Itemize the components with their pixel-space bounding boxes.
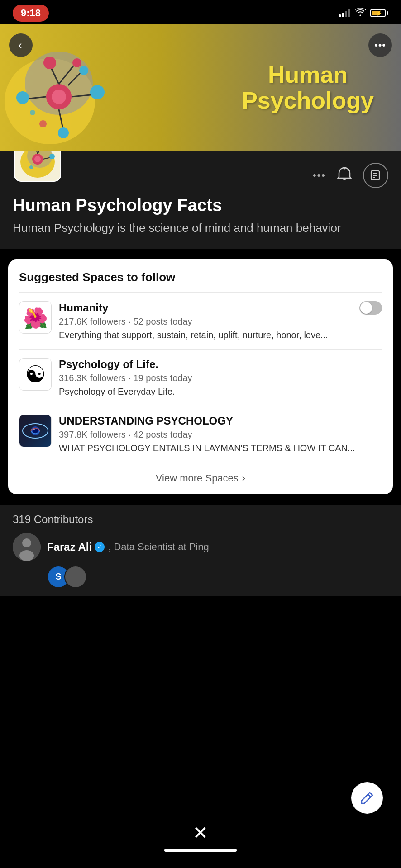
status-bar: 9:18 ⚡ bbox=[0, 0, 401, 24]
back-button[interactable]: ‹ bbox=[9, 33, 33, 57]
close-button[interactable]: ✕ bbox=[193, 824, 208, 842]
extra-contributor-avatars: S bbox=[13, 566, 388, 588]
battery-icon: ⚡ bbox=[370, 9, 388, 17]
hero-title-line2: Psychology bbox=[242, 88, 374, 113]
contributor-name: Faraz Ali bbox=[47, 541, 92, 553]
wifi-icon bbox=[355, 8, 366, 19]
profile-dots-button[interactable]: ••• bbox=[313, 170, 326, 181]
humanity-name: Humanity bbox=[59, 302, 108, 315]
humanity-stats: 217.6K followers · 52 posts today bbox=[59, 316, 382, 327]
svg-point-22 bbox=[34, 156, 41, 162]
psychology-life-description: Psychology of Everyday Life. bbox=[59, 385, 382, 398]
hero-text: Human Psychology bbox=[0, 24, 401, 151]
psychology-life-name-row: Psychology of Life. bbox=[59, 358, 382, 371]
profile-top-row: ••• bbox=[13, 151, 388, 188]
humanity-info: Humanity 217.6K followers · 52 posts tod… bbox=[59, 301, 382, 341]
extra-avatar-2 bbox=[64, 566, 87, 588]
humanity-description: Everything that support, sustain, retain… bbox=[59, 329, 382, 341]
svg-point-28 bbox=[49, 154, 55, 159]
svg-point-30 bbox=[344, 167, 346, 170]
suggested-spaces-card: Suggested Spaces to follow 🌺 Humanity 21… bbox=[8, 259, 393, 494]
space-item-understanding-psych[interactable]: UNDERSTANDING PSYCHOLOGY 397.8K follower… bbox=[19, 406, 382, 462]
humanity-avatar: 🌺 bbox=[19, 301, 52, 334]
contributors-count: 319 Contributors bbox=[13, 513, 388, 526]
psychology-life-stats: 316.3K followers · 19 posts today bbox=[59, 373, 382, 383]
back-chevron-icon: ‹ bbox=[19, 40, 22, 51]
svg-point-42 bbox=[22, 538, 31, 547]
understanding-psych-avatar bbox=[19, 415, 52, 447]
contributor-role-text: , Data Scientist at Ping bbox=[108, 541, 209, 553]
contributors-section: 319 Contributors Faraz Ali ✓ , Data Scie… bbox=[0, 505, 401, 596]
humanity-follow-toggle[interactable] bbox=[359, 301, 382, 315]
hero-title-line1: Human bbox=[242, 62, 374, 88]
profile-name: Human Psychology Facts bbox=[13, 195, 388, 216]
psychology-life-info: Psychology of Life. 316.3K followers · 1… bbox=[59, 358, 382, 398]
contributor-avatar-faraz bbox=[13, 533, 41, 561]
signal-icon bbox=[339, 9, 350, 17]
understanding-psych-name: UNDERSTANDING PSYCHOLOGY bbox=[59, 415, 233, 428]
svg-text:🌺: 🌺 bbox=[23, 307, 48, 330]
save-button[interactable] bbox=[363, 163, 388, 188]
status-time: 9:18 bbox=[13, 5, 49, 22]
svg-point-29 bbox=[29, 165, 33, 169]
hero-banner: Human Psychology ‹ ••• bbox=[0, 24, 401, 151]
profile-actions: ••• bbox=[313, 163, 388, 188]
more-dots-icon: ••• bbox=[374, 39, 386, 51]
suggested-spaces-title: Suggested Spaces to follow bbox=[19, 270, 382, 284]
profile-description: Human Psychology is the science of mind … bbox=[13, 220, 388, 236]
notifications-button[interactable] bbox=[336, 166, 353, 185]
space-item-psychology-life[interactable]: ☯ Psychology of Life. 316.3K followers ·… bbox=[19, 349, 382, 406]
psychology-life-name: Psychology of Life. bbox=[59, 358, 158, 371]
psychology-life-avatar: ☯ bbox=[19, 358, 52, 391]
understanding-psych-info: UNDERSTANDING PSYCHOLOGY 397.8K follower… bbox=[59, 415, 382, 454]
verified-icon: ✓ bbox=[95, 542, 105, 552]
contributor-details-faraz: Faraz Ali ✓ , Data Scientist at Ping bbox=[47, 541, 209, 553]
svg-point-43 bbox=[19, 550, 34, 561]
bottom-bar: ✕ bbox=[0, 816, 401, 868]
understanding-psych-description: WHAT PSYCHOLOGY ENTAILS IN LAYMAN'S TERM… bbox=[59, 442, 382, 454]
understanding-psych-name-row: UNDERSTANDING PSYCHOLOGY bbox=[59, 415, 382, 428]
fab-edit-button[interactable] bbox=[351, 782, 383, 814]
view-more-chevron-icon: › bbox=[242, 472, 245, 484]
humanity-name-row: Humanity bbox=[59, 301, 382, 315]
contributor-name-row: Faraz Ali ✓ , Data Scientist at Ping bbox=[47, 541, 209, 553]
space-item-humanity[interactable]: 🌺 Humanity 217.6K followers · 52 posts t… bbox=[19, 292, 382, 349]
understanding-psych-stats: 397.8K followers · 42 posts today bbox=[59, 429, 382, 440]
view-more-label: View more Spaces bbox=[156, 472, 239, 484]
more-options-button[interactable]: ••• bbox=[368, 33, 392, 57]
profile-section: ••• Human Psychology Facts bbox=[0, 151, 401, 249]
home-indicator bbox=[164, 849, 237, 852]
view-more-spaces-button[interactable]: View more Spaces › bbox=[19, 462, 382, 494]
svg-line-44 bbox=[368, 794, 371, 797]
status-icons: ⚡ bbox=[339, 8, 388, 19]
contributor-item[interactable]: Faraz Ali ✓ , Data Scientist at Ping bbox=[13, 533, 388, 561]
